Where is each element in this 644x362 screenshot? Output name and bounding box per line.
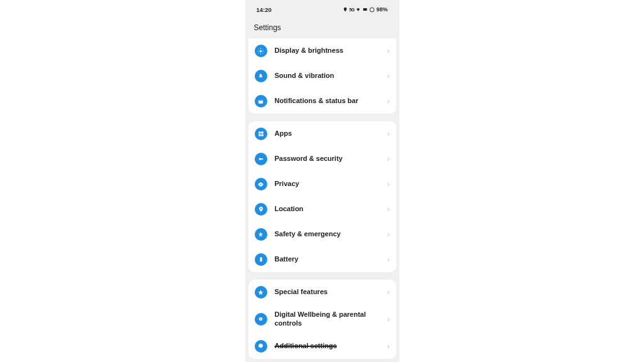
chevron-right-icon: › <box>387 288 390 297</box>
camera-icon <box>362 7 368 12</box>
row-special-features[interactable]: Special features › <box>248 280 396 305</box>
row-label: Special features <box>275 288 384 297</box>
row-label: Privacy <box>275 180 384 189</box>
settings-scroll[interactable]: Display & brightness › Sound & vibration… <box>245 38 399 359</box>
row-notifications-statusbar[interactable]: Notifications & status bar › <box>248 89 396 114</box>
row-label: Sound & vibration <box>275 72 384 80</box>
svg-rect-18 <box>260 158 263 160</box>
svg-rect-12 <box>258 99 263 101</box>
star-icon <box>255 286 267 299</box>
svg-point-20 <box>260 208 261 209</box>
svg-line-9 <box>258 53 259 53</box>
settings-group-features: Special features › Digital Wellbeing & p… <box>248 280 396 359</box>
svg-point-24 <box>260 319 262 320</box>
network-icon: 5G <box>349 8 354 12</box>
svg-rect-14 <box>261 131 263 133</box>
svg-rect-15 <box>258 134 260 136</box>
row-display-brightness[interactable]: Display & brightness › <box>248 38 396 63</box>
chevron-right-icon: › <box>387 255 390 264</box>
svg-rect-0 <box>364 8 367 11</box>
battery-percent: 98% <box>376 6 387 13</box>
row-apps[interactable]: Apps › <box>248 121 396 146</box>
row-battery[interactable]: Battery › <box>248 247 396 272</box>
page-title: Settings <box>245 19 399 38</box>
svg-point-2 <box>260 50 262 52</box>
chevron-right-icon: › <box>387 230 390 239</box>
row-label: Apps <box>275 129 384 138</box>
row-privacy[interactable]: Privacy › <box>248 172 396 197</box>
settings-group-system: Apps › Password & security › Privacy › <box>248 121 396 272</box>
row-label: Battery <box>275 255 384 264</box>
svg-rect-22 <box>260 257 262 258</box>
status-time: 14:20 <box>257 6 272 13</box>
wellbeing-icon <box>255 313 267 326</box>
location-icon <box>343 7 348 12</box>
battery-icon <box>369 7 375 13</box>
chevron-right-icon: › <box>387 205 390 214</box>
row-label: Display & brightness <box>275 47 384 55</box>
sound-icon <box>255 70 267 82</box>
svg-point-19 <box>260 184 262 185</box>
row-label: Digital Wellbeing & parental controls <box>275 310 384 328</box>
chevron-right-icon: › <box>387 72 390 80</box>
row-additional-settings[interactable]: Additional settings › <box>248 334 396 359</box>
svg-rect-13 <box>258 131 260 133</box>
chevron-right-icon: › <box>387 129 390 138</box>
row-label: Notifications & status bar <box>275 97 384 106</box>
safety-icon <box>255 228 267 241</box>
svg-point-1 <box>370 8 375 12</box>
row-safety-emergency[interactable]: Safety & emergency › <box>248 222 396 247</box>
svg-rect-16 <box>261 134 263 136</box>
status-bar: 14:20 5G 98% <box>245 0 399 19</box>
chevron-right-icon: › <box>387 47 390 55</box>
chevron-right-icon: › <box>387 315 390 324</box>
gear-icon <box>255 340 267 353</box>
row-sound-vibration[interactable]: Sound & vibration › <box>248 63 396 89</box>
row-label: Additional settings <box>275 342 384 351</box>
notifications-icon <box>255 95 267 107</box>
chevron-right-icon: › <box>387 155 390 163</box>
phone-frame: 14:20 5G 98% Settings Disp <box>245 0 399 362</box>
svg-rect-21 <box>260 258 262 262</box>
privacy-icon <box>255 178 267 190</box>
svg-line-8 <box>262 53 263 53</box>
settings-group-display: Display & brightness › Sound & vibration… <box>248 38 396 114</box>
brightness-icon <box>255 45 267 57</box>
wifi-icon <box>355 7 361 12</box>
row-label: Safety & emergency <box>275 230 384 239</box>
battery-icon <box>255 253 267 266</box>
row-digital-wellbeing[interactable]: Digital Wellbeing & parental controls › <box>248 305 396 334</box>
row-label: Password & security <box>275 155 384 163</box>
chevron-right-icon: › <box>387 97 390 106</box>
location-pin-icon <box>255 203 267 216</box>
svg-line-10 <box>262 48 263 49</box>
password-icon <box>255 153 267 165</box>
svg-line-7 <box>258 48 259 49</box>
chevron-right-icon: › <box>387 342 390 351</box>
apps-icon <box>255 128 267 140</box>
chevron-right-icon: › <box>387 180 390 189</box>
row-label: Location <box>275 205 384 214</box>
status-indicators: 5G 98% <box>343 6 387 13</box>
row-location[interactable]: Location › <box>248 197 396 222</box>
row-password-security[interactable]: Password & security › <box>248 146 396 172</box>
